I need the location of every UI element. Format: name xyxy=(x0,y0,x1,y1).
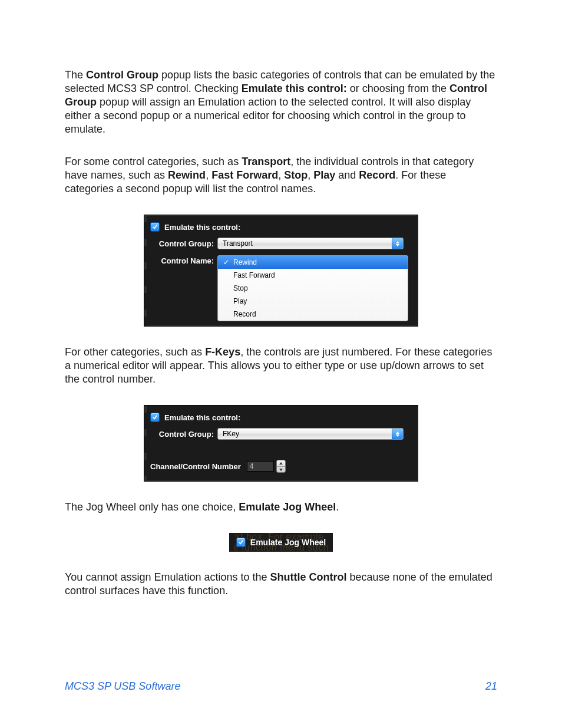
bold-text: Control Group xyxy=(86,69,158,81)
text: For other categories, such as xyxy=(65,346,205,358)
text: The Jog Wheel only has one choice, xyxy=(65,501,239,513)
option-play[interactable]: Play xyxy=(218,295,408,308)
channel-control-number-label: Channel/Control Number xyxy=(150,462,241,471)
control-group-value: Transport xyxy=(223,239,253,248)
option-label: Stop xyxy=(233,284,248,292)
bold-text: Fast Forward xyxy=(211,169,278,181)
bold-text: Stop xyxy=(284,169,308,181)
option-label: Fast Forward xyxy=(233,271,275,279)
emulate-jog-wheel-label: Emulate Jog Wheel xyxy=(250,538,326,547)
text: The xyxy=(65,69,86,81)
figure-jog-wheel-chip: xt box. For example, e function menu suc… xyxy=(65,533,497,552)
emulate-this-control-checkbox[interactable] xyxy=(150,413,160,422)
figure-transport-panel: Emulate this control: Control Group: Tra… xyxy=(65,215,497,327)
emulate-this-control-label: Emulate this control: xyxy=(164,223,240,232)
check-icon xyxy=(152,414,158,420)
channel-control-number-value: 4 xyxy=(250,462,254,470)
bold-text: Emulate Jog Wheel xyxy=(239,501,336,513)
text: and xyxy=(335,169,359,181)
control-name-label: Control Name: xyxy=(150,255,217,265)
chevron-updown-icon xyxy=(392,429,403,439)
emulate-this-control-checkbox[interactable] xyxy=(150,222,160,232)
page-footer: MCS3 SP USB Software 21 xyxy=(65,680,497,693)
bold-text: Record xyxy=(359,169,395,181)
emulate-this-control-label: Emulate this control: xyxy=(164,413,240,422)
channel-control-number-input[interactable]: 4 xyxy=(247,461,274,472)
control-group-select[interactable]: Transport xyxy=(217,238,404,249)
text: popup will assign an Emulation action to… xyxy=(65,96,471,135)
text: , xyxy=(308,169,313,181)
control-group-value: FKey xyxy=(223,430,239,438)
bold-text: F-Keys xyxy=(205,346,240,358)
bold-text: Rewind xyxy=(168,169,206,181)
option-fast-forward[interactable]: Fast Forward xyxy=(218,269,408,282)
option-label: Record xyxy=(233,310,256,318)
footer-page-number: 21 xyxy=(485,680,497,693)
paragraph-jog-wheel: The Jog Wheel only has one choice, Emula… xyxy=(65,500,497,514)
control-group-label: Control Group: xyxy=(150,239,217,248)
bold-text: Transport xyxy=(242,156,290,167)
bold-text: Shuttle Control xyxy=(270,571,347,583)
option-label: Play xyxy=(233,297,247,305)
stepper-down[interactable] xyxy=(277,466,285,473)
text: , xyxy=(278,169,284,181)
option-rewind[interactable]: ✓ Rewind xyxy=(218,256,408,269)
control-group-label: Control Group: xyxy=(150,430,217,439)
check-icon xyxy=(238,539,244,545)
paragraph-transport-names: For some control categories, such as Tra… xyxy=(65,155,497,196)
text: You cannot assign Emulation actions to t… xyxy=(65,571,270,583)
text: or choosing from the xyxy=(347,83,449,94)
bold-text: Emulate this control: xyxy=(242,83,347,94)
text: . xyxy=(336,501,339,513)
figure-fkey-panel: Emulate this control: Control Group: FKe… xyxy=(65,405,497,482)
option-record[interactable]: Record xyxy=(218,308,408,321)
check-icon: ✓ xyxy=(223,257,230,268)
stepper-up[interactable] xyxy=(277,460,285,466)
footer-title: MCS3 SP USB Software xyxy=(65,680,180,693)
control-name-select-open[interactable]: ✓ Rewind Fast Forward Stop Play Record xyxy=(217,255,408,321)
chevron-up-icon xyxy=(279,462,283,465)
bold-text: Play xyxy=(313,169,335,181)
option-stop[interactable]: Stop xyxy=(218,282,408,295)
text: For some control categories, such as xyxy=(65,156,242,167)
text: , xyxy=(206,169,211,181)
chevron-updown-icon xyxy=(392,238,403,249)
check-icon xyxy=(152,224,158,230)
channel-control-number-stepper[interactable] xyxy=(276,460,286,473)
chevron-down-icon xyxy=(279,469,283,471)
paragraph-shuttle-control: You cannot assign Emulation actions to t… xyxy=(65,571,497,598)
option-label: Rewind xyxy=(233,258,257,266)
paragraph-control-group: The Control Group popup lists the basic … xyxy=(65,68,497,136)
emulate-jog-wheel-checkbox[interactable] xyxy=(236,538,246,547)
control-group-select[interactable]: FKey xyxy=(217,428,404,440)
paragraph-fkeys: For other categories, such as F-Keys, th… xyxy=(65,345,497,386)
